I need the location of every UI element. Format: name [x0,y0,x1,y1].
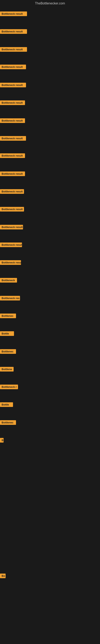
bottleneck-item-15: Bottleneck resu [0,260,21,265]
bottleneck-item-20: Bottlenec [0,349,16,354]
bottleneck-item-11: Bottleneck result [0,189,24,194]
bottleneck-item-6: Bottleneck result [0,100,25,105]
bottleneck-item-23: Bottle [0,402,13,407]
bottleneck-item-17: Bottleneck res [0,296,20,300]
bottleneck-item-10: Bottleneck result [0,172,25,176]
bottleneck-item-19: Bottle [0,331,14,336]
bottleneck-item-5: Bottleneck result [0,83,26,87]
bottleneck-item-18: Bottlenec [0,314,16,318]
bottleneck-item-2: Bottleneck result [0,29,27,34]
bottleneck-item-25: B [0,438,3,442]
bottleneck-item-8: Bottleneck result [0,136,26,141]
bottleneck-item-13: Bottleneck result [0,225,23,230]
bottleneck-item-12: Bottleneck result [0,207,24,212]
bottleneck-item-22: Bottleneck r [0,384,18,389]
bottleneck-item-1: Bottleneck result [0,12,27,16]
bottleneck-item-16: Bottleneck [0,278,17,282]
bottleneck-item-3: Bottleneck result [0,47,27,52]
bottleneck-item-14: Bottleneck result [0,242,22,247]
bottleneck-item-9: Bottleneck result [0,153,25,158]
site-title: TheBottlenecker.com [0,0,100,6]
bottleneck-item-26: Bo [0,574,6,578]
bottleneck-item-4: Bottleneck result [0,64,26,69]
bottleneck-item-24: Bottlenec [0,420,16,425]
bottleneck-item-21: Bottlene [0,367,14,372]
bottleneck-item-7: Bottleneck result [0,118,25,123]
